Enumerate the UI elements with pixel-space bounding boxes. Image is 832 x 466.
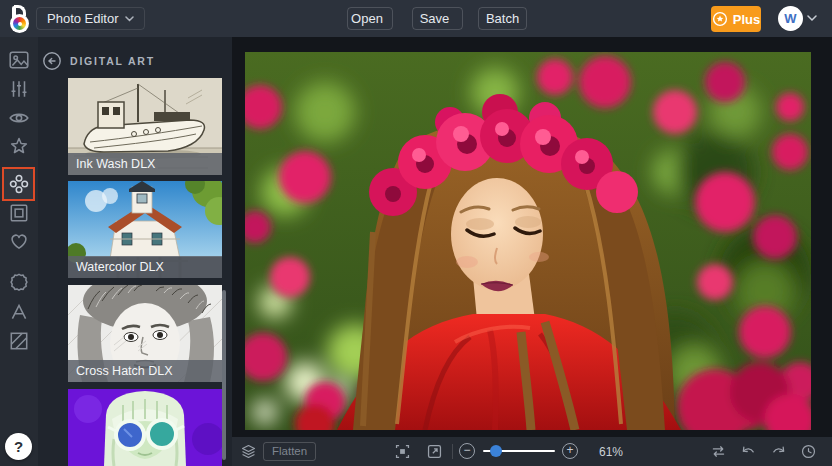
eye-icon[interactable]	[8, 107, 30, 129]
effect-thumbnail-ink-wash[interactable]: Ink Wash DLX	[68, 78, 222, 175]
plus-label: Plus	[733, 12, 760, 27]
effect-label: Watercolor DLX	[68, 256, 222, 278]
texture-icon[interactable]	[8, 330, 30, 352]
chevron-down-icon	[125, 16, 134, 22]
thumb-art-pop-art-portrait	[68, 389, 222, 466]
effect-thumbnail-cross-hatch[interactable]: Cross Hatch DLX	[68, 285, 222, 382]
module-switcher-button[interactable]: Photo Editor	[36, 7, 145, 30]
zoom-out-button[interactable]: −	[459, 443, 475, 459]
open-button[interactable]: Open	[347, 7, 393, 30]
badge-icon[interactable]	[8, 271, 30, 293]
account-chevron-down-icon[interactable]	[807, 15, 817, 22]
image-icon[interactable]	[8, 49, 30, 71]
effect-thumbnail-watercolor[interactable]: Watercolor DLX	[68, 181, 222, 278]
sliders-icon[interactable]	[8, 78, 30, 100]
undo-icon[interactable]	[740, 443, 757, 460]
zoom-in-button[interactable]: +	[562, 443, 578, 459]
star-icon[interactable]	[8, 135, 30, 157]
effects-cluster-icon[interactable]	[8, 173, 30, 195]
plus-upgrade-button[interactable]: Plus	[711, 6, 761, 32]
fullscreen-icon[interactable]	[426, 443, 443, 460]
top-bar: Photo Editor Open Save Batch Plus W	[0, 0, 832, 37]
help-button[interactable]: ?	[5, 433, 32, 460]
text-icon[interactable]	[8, 301, 30, 323]
back-arrow-icon[interactable]	[42, 51, 62, 71]
digital-art-panel: DIGITAL ART	[38, 37, 232, 466]
zoom-slider-handle[interactable]	[490, 445, 502, 457]
effect-label: Ink Wash DLX	[68, 153, 222, 175]
bottom-toolbar: Flatten − + 61%	[232, 437, 832, 466]
save-button[interactable]: Save	[412, 7, 463, 30]
befunky-photo-editor-window: Photo Editor Open Save Batch Plus W	[0, 0, 832, 466]
avatar[interactable]: W	[778, 6, 803, 31]
compare-icon[interactable]	[710, 443, 727, 460]
batch-button[interactable]: Batch	[478, 7, 527, 30]
heart-icon[interactable]	[8, 230, 30, 252]
layers-icon[interactable]	[240, 443, 257, 460]
history-clock-icon[interactable]	[800, 443, 817, 460]
frame-icon[interactable]	[8, 202, 30, 224]
effect-thumbnail-pop-art[interactable]	[68, 389, 222, 466]
module-switcher-label: Photo Editor	[47, 11, 119, 26]
befunky-logo-icon[interactable]	[7, 3, 35, 33]
canvas-area[interactable]	[232, 37, 832, 437]
photo-woman-rose-garden[interactable]	[245, 52, 811, 430]
tool-sidebar: ?	[0, 37, 38, 466]
zoom-level: 61%	[588, 445, 634, 459]
fit-to-screen-icon[interactable]	[394, 443, 411, 460]
toolbar-divider	[452, 444, 453, 459]
redo-icon[interactable]	[770, 443, 787, 460]
star-circle-icon	[712, 11, 728, 27]
flatten-button[interactable]: Flatten	[263, 442, 316, 461]
panel-scrollbar[interactable]	[222, 290, 226, 460]
effect-label: Cross Hatch DLX	[68, 360, 222, 382]
panel-title: DIGITAL ART	[70, 55, 155, 67]
